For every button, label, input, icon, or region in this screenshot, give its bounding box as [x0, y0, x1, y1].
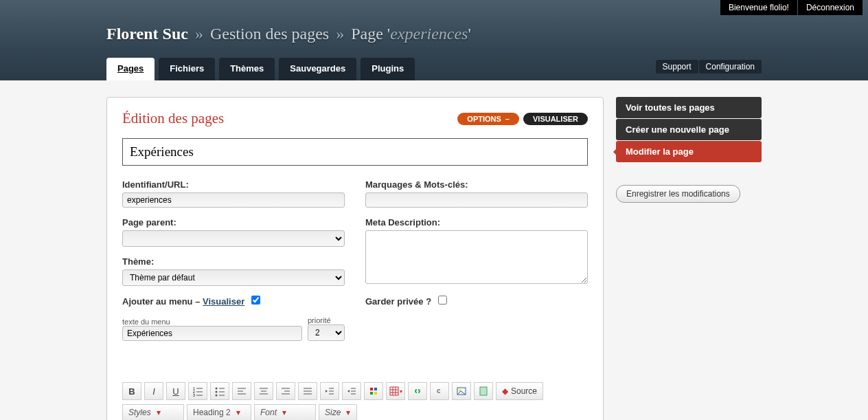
text-color-icon[interactable]	[364, 382, 383, 400]
breadcrumb-section: Gestion des pages	[210, 25, 329, 43]
breadcrumb-slug: experiences	[390, 25, 468, 43]
format-select[interactable]: Heading 2▾	[187, 404, 251, 420]
tags-input[interactable]	[365, 192, 588, 208]
svg-point-7	[216, 391, 218, 393]
outdent-icon[interactable]	[320, 382, 339, 400]
svg-rect-43	[480, 387, 487, 395]
menu-text-input[interactable]	[122, 326, 302, 341]
theme-label: Thème:	[122, 256, 345, 267]
table-icon[interactable]: ▾	[386, 382, 405, 400]
private-label: Garder privée ?	[365, 296, 431, 307]
svg-rect-35	[374, 392, 377, 395]
private-checkbox[interactable]	[438, 296, 447, 305]
url-input[interactable]	[122, 192, 345, 208]
align-right-icon[interactable]	[276, 382, 295, 400]
tags-label: Marquages & Mots-clés:	[365, 179, 588, 190]
svg-marker-24	[326, 390, 328, 393]
meta-label: Meta Description:	[365, 217, 588, 228]
main-tabs: Pages Fichiers Thèmes Sauvegardes Plugin…	[106, 58, 415, 80]
styles-select[interactable]: Styles▾	[122, 404, 184, 420]
priority-select[interactable]: 2	[308, 324, 345, 341]
edit-panel: Édition des pages OPTIONS– VISUALISER Id…	[106, 97, 604, 420]
svg-marker-28	[347, 390, 350, 393]
visualiser-pill[interactable]: VISUALISER	[523, 113, 588, 125]
priority-label: priorité	[308, 316, 345, 324]
parent-label: Page parent:	[122, 217, 345, 228]
page-title-input[interactable]	[122, 138, 588, 166]
breadcrumb: Florent Suc » Gestion des pages » Page '…	[106, 25, 471, 43]
align-center-icon[interactable]	[254, 382, 273, 400]
panel-title: Édition des pages	[122, 110, 224, 127]
tab-plugins[interactable]: Plugins	[361, 58, 415, 80]
tab-fichiers[interactable]: Fichiers	[159, 58, 215, 80]
svg-rect-36	[390, 387, 398, 395]
config-link[interactable]: Configuration	[699, 60, 762, 74]
welcome-link[interactable]: Bienvenue flolio!	[720, 0, 797, 15]
indent-icon[interactable]	[342, 382, 361, 400]
svg-rect-32	[370, 388, 373, 390]
parent-select[interactable]	[122, 230, 345, 247]
theme-select[interactable]: Thème par défaut	[122, 269, 345, 286]
link-icon[interactable]	[408, 382, 427, 400]
svg-rect-33	[374, 388, 377, 390]
editor-toolbar: B I U 123 ▾ ◆Source Styles▾	[122, 382, 588, 420]
sidebar-item-new-page[interactable]: Créer une nouvelle page	[616, 119, 762, 140]
unordered-list-icon[interactable]	[210, 382, 229, 400]
meta-textarea[interactable]	[365, 230, 588, 284]
breadcrumb-site: Florent Suc	[106, 25, 188, 43]
unlink-icon[interactable]	[430, 382, 449, 400]
url-label: Identifiant/URL:	[122, 179, 345, 190]
svg-point-6	[216, 388, 218, 390]
menu-checkbox[interactable]	[251, 296, 260, 305]
image-icon[interactable]	[452, 382, 471, 400]
side-nav: Voir toutes les pages Créer une nouvelle…	[616, 97, 762, 162]
menu-visualiser-link[interactable]: Visualiser	[203, 296, 244, 307]
file-icon[interactable]	[474, 382, 493, 400]
tab-themes[interactable]: Thèmes	[219, 58, 275, 80]
svg-text:3: 3	[193, 393, 195, 397]
align-left-icon[interactable]	[232, 382, 251, 400]
menu-label: Ajouter au menu – Visualiser	[122, 296, 345, 307]
svg-point-8	[216, 395, 218, 397]
tab-pages[interactable]: Pages	[106, 58, 155, 80]
align-justify-icon[interactable]	[298, 382, 317, 400]
ordered-list-icon[interactable]: 123	[188, 382, 207, 400]
sidebar-item-all-pages[interactable]: Voir toutes les pages	[616, 97, 762, 118]
save-button[interactable]: Enregistrer les modifications	[616, 185, 740, 203]
sidebar-item-edit-page[interactable]: Modifier la page	[616, 141, 762, 162]
source-button[interactable]: ◆Source	[496, 382, 543, 400]
support-link[interactable]: Support	[656, 60, 698, 74]
size-select[interactable]: Size▾	[319, 404, 357, 420]
italic-icon[interactable]: I	[144, 382, 163, 400]
svg-rect-34	[370, 392, 373, 395]
menu-text-label: texte du menu	[122, 318, 302, 326]
logout-link[interactable]: Déconnexion	[798, 0, 863, 15]
underline-icon[interactable]: U	[166, 382, 185, 400]
options-pill[interactable]: OPTIONS–	[457, 113, 519, 125]
bold-icon[interactable]: B	[122, 382, 141, 400]
font-select[interactable]: Font▾	[254, 404, 316, 420]
tab-sauvegardes[interactable]: Sauvegardes	[279, 58, 356, 80]
